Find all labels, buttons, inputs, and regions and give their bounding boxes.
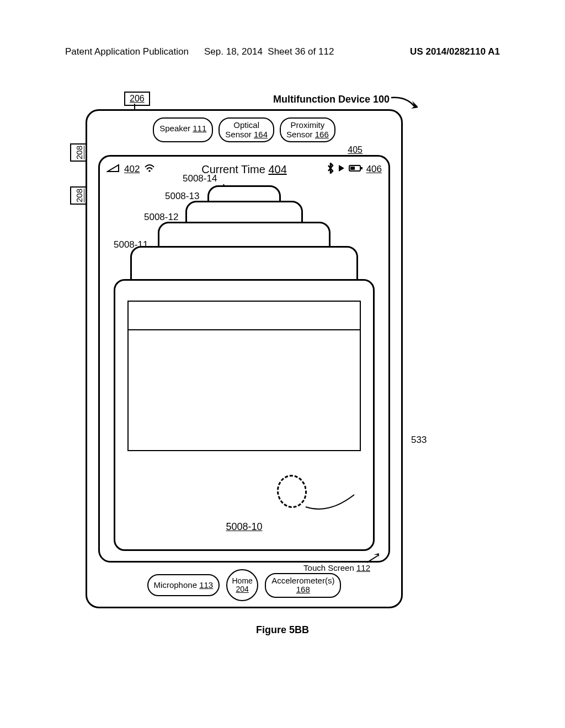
battery-icon — [349, 164, 363, 175]
touch-screen-arrow — [366, 553, 382, 564]
microphone-pill: Microphone 113 — [147, 574, 220, 597]
home-ref: 204 — [236, 585, 249, 593]
speaker-label: Speaker — [159, 124, 190, 133]
signal-ref: 402 — [124, 164, 140, 175]
ref-405: 405 — [348, 145, 363, 155]
speaker-ref: 111 — [193, 124, 206, 133]
ref-206-leader — [134, 104, 135, 109]
status-left: 402 — [106, 164, 155, 175]
header-center: Sep. 18, 2014 Sheet 36 of 112 — [204, 46, 334, 57]
prox-ref: 166 — [315, 130, 329, 139]
card-10-ref: 5008-10 — [226, 521, 262, 533]
svg-point-0 — [149, 170, 151, 172]
device-body: Speaker 111 Optical Sensor 164 Proximity… — [86, 109, 403, 608]
status-right: 406 — [327, 163, 382, 176]
svg-rect-2 — [350, 167, 355, 170]
prox-label-b: Sensor — [286, 130, 313, 139]
figure-area: Multifunction Device 100 206 208 208 Spe… — [80, 88, 486, 640]
status-bar: 402 Current Time 404 — [106, 162, 382, 176]
signal-icon — [106, 164, 120, 175]
optical-label-a: Optical — [233, 120, 259, 130]
mic-ref: 113 — [199, 580, 213, 590]
touch-screen[interactable]: 402 Current Time 404 — [98, 155, 390, 563]
ref-533: 533 — [411, 435, 427, 446]
optical-label-b: Sensor — [225, 130, 252, 139]
speaker-pill: Speaker 111 — [153, 117, 213, 142]
home-button[interactable]: Home 204 — [226, 569, 258, 601]
device-title: Multifunction Device 100 — [273, 94, 390, 105]
card-10-inner-divider — [129, 329, 360, 330]
header-pubnum: US 2014/0282110 A1 — [410, 46, 500, 57]
device-title-arrow — [390, 95, 418, 111]
accel-ref: 168 — [271, 585, 334, 595]
header-date: Sep. 18, 2014 — [204, 46, 263, 57]
device-title-ref: 100 — [373, 94, 390, 105]
play-icon — [338, 164, 345, 175]
mic-label: Microphone — [154, 580, 197, 590]
accelerometer-pill: Accelerometer(s) 168 — [265, 573, 341, 598]
svg-rect-3 — [361, 167, 363, 169]
figure-caption: Figure 5BB — [0, 624, 565, 636]
time-ref: 404 — [268, 163, 286, 175]
bottom-row: Microphone 113 Home 204 Accelerometer(s)… — [87, 569, 401, 601]
proximity-sensor-pill: Proximity Sensor 166 — [280, 117, 335, 142]
ref-206: 206 — [124, 92, 150, 106]
header-sheet: Sheet 36 of 112 — [268, 46, 334, 57]
optical-sensor-pill: Optical Sensor 164 — [218, 117, 274, 142]
home-label: Home — [232, 577, 253, 585]
header-right: US 2014/0282110 A1 — [410, 46, 500, 57]
card-12-label: 5008-12 — [144, 212, 178, 223]
bluetooth-icon — [327, 163, 334, 176]
header-left: Patent Application Publication — [65, 46, 189, 57]
touch-leader — [301, 490, 356, 515]
accel-label: Accelerometer(s) — [271, 576, 334, 586]
card-14-label: 5008-14 — [183, 173, 217, 184]
device-title-text: Multifunction Device — [273, 94, 370, 105]
optical-ref: 164 — [254, 130, 268, 139]
sensor-row: Speaker 111 Optical Sensor 164 Proximity… — [87, 117, 401, 142]
battery-ref: 406 — [366, 164, 382, 175]
wifi-icon — [144, 164, 155, 175]
card-5008-10[interactable]: 5008-10 — [114, 279, 375, 551]
card-10-inner — [127, 301, 361, 451]
card-13-label: 5008-13 — [165, 191, 199, 202]
prox-label-a: Proximity — [291, 120, 325, 130]
